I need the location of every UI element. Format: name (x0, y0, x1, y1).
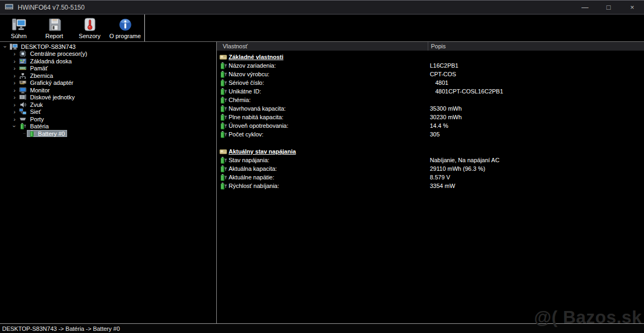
chevron-down-icon[interactable]: › (12, 124, 17, 129)
chevron-down-icon[interactable]: › (3, 44, 8, 49)
chevron-right-icon[interactable]: › (12, 88, 17, 93)
property-value: 29110 mWh (96.3 %) (430, 165, 485, 172)
battery-icon (19, 123, 27, 129)
gpu-icon (19, 79, 27, 86)
maximize-button[interactable]: □ (597, 1, 620, 14)
floppy-icon (47, 18, 62, 32)
property-row: Plne nabitá kapacita: 30230 mWh (217, 113, 644, 121)
property-row: Stav napájania: Nabíjanie, Na napájaní A… (217, 156, 644, 164)
property-value: CPT-COS (430, 71, 456, 77)
tree-connector: ┄ (23, 131, 26, 136)
tree-item-memory[interactable]: › Pamäť (0, 65, 216, 73)
battery-plug-icon (219, 183, 229, 190)
property-value: Nabíjanie, Na napájaní AC (430, 157, 500, 163)
tree-item-label: Centrálne procesor(y) (29, 50, 88, 57)
section-header: Základné vlastnosti (217, 53, 644, 61)
column-header-property[interactable]: Vlastnosť (217, 42, 428, 50)
tree-item-label: DESKTOP-S83N743 (20, 44, 77, 50)
chevron-right-icon[interactable]: › (12, 109, 17, 114)
tree-item-network[interactable]: › Sieť (0, 108, 216, 116)
property-row: Rýchlosť nabíjania: 3354 mW (217, 182, 644, 190)
property-value: 8.579 V (430, 174, 450, 180)
property-value: 4801 (435, 79, 448, 86)
tree-item-label: Základná doska (29, 58, 73, 64)
property-row: Aktuálne napätie: 8.579 V (217, 173, 644, 182)
details-panel: Vlastnosť Popis Základné vlastnosti Názo… (217, 42, 644, 323)
motherboard-icon (19, 58, 27, 64)
chevron-right-icon[interactable]: › (12, 51, 17, 56)
info-icon (118, 18, 133, 32)
tree-item-battery0[interactable]: ┄ Battery #0 (0, 130, 216, 137)
monitor-icon (19, 87, 27, 93)
property-label: Stav napájania: (229, 157, 269, 163)
minimize-button[interactable]: — (573, 1, 597, 14)
window-title: HWiNFO64 v7.50-5150 (18, 4, 85, 11)
status-path: DESKTOP-S83N743 -> Batéria -> Battery #0 (2, 325, 120, 332)
report-button-label: Report (45, 33, 63, 39)
about-button[interactable]: O programe (107, 15, 143, 41)
memory-icon (19, 65, 27, 71)
chevron-right-icon[interactable]: › (12, 117, 17, 122)
tree-item-bus[interactable]: › Zbernica (0, 72, 216, 79)
property-label: Aktuálna kapacita: (229, 165, 277, 172)
battery-plug-icon (219, 174, 229, 181)
sensors-button[interactable]: Senzory (72, 15, 107, 41)
property-row: Názov výrobcu: CPT-COS (217, 70, 644, 78)
property-label: Úroveň opotrebovania: (229, 122, 288, 129)
battery-plug-icon (219, 157, 229, 164)
app-window: HWiNFO64 v7.50-5150 — □ × Súhrn (0, 0, 644, 333)
speaker-icon (19, 102, 27, 108)
title-bar: HWiNFO64 v7.50-5150 — □ × (0, 1, 644, 15)
tree-item-gpu[interactable]: › Grafický adaptér (0, 79, 216, 87)
property-value: 30230 mWh (430, 114, 462, 120)
sensors-button-label: Senzory (79, 33, 100, 39)
tree-item-label: Monitor (29, 87, 51, 93)
chevron-right-icon[interactable]: › (12, 95, 17, 100)
close-button[interactable]: × (620, 1, 644, 14)
tree-item-label: Zbernica (29, 73, 54, 79)
details-header: Vlastnosť Popis (217, 42, 644, 51)
chevron-right-icon[interactable]: › (12, 80, 17, 85)
computer-icon (12, 18, 26, 32)
app-icon (5, 4, 13, 11)
toolbar: Súhrn Report Senzory (0, 15, 644, 42)
chevron-right-icon[interactable]: › (12, 102, 17, 107)
toolbar-button-group: Súhrn Report Senzory (0, 15, 145, 41)
tree-item-audio[interactable]: › Zvuk (0, 101, 216, 108)
tree-item-motherboard[interactable]: › Základná doska (0, 57, 216, 65)
property-label: Sériové číslo: (229, 79, 264, 86)
property-label: Unikátne ID: (229, 88, 261, 95)
battery-plug-icon (219, 79, 229, 86)
tree-item-label: Diskové jednotky (29, 94, 76, 100)
bus-icon (19, 73, 27, 79)
cpu-icon (19, 50, 27, 57)
property-value: L16C2PB1 (430, 62, 458, 69)
computer-icon (10, 44, 18, 50)
tree-item-label: Zvuk (29, 102, 44, 108)
tree-item-drives[interactable]: › Diskové jednotky (0, 94, 216, 102)
report-button[interactable]: Report (36, 15, 72, 41)
summary-button[interactable]: Súhrn (1, 15, 36, 41)
battery-plug-icon (219, 62, 229, 69)
tree-item-monitor[interactable]: › Monitor (0, 86, 216, 94)
tree-item-computer[interactable]: › DESKTOP-S83N743 (0, 43, 216, 50)
battery-plug-icon (219, 165, 229, 172)
property-label: Názov zariadenia: (229, 62, 276, 69)
thermometer-icon (83, 18, 97, 32)
status-bar: DESKTOP-S83N743 -> Batéria -> Battery #0 (0, 323, 644, 333)
property-row: Chémia: (217, 96, 644, 104)
disk-icon (19, 94, 27, 100)
property-label: Rýchlosť nabíjania: (229, 183, 279, 189)
tree-item-battery[interactable]: › Batéria (0, 123, 216, 131)
main-area: › DESKTOP-S83N743 › Centrálne proceso (0, 42, 644, 323)
chevron-right-icon[interactable]: › (12, 59, 17, 64)
column-header-description[interactable]: Popis (428, 43, 446, 49)
chevron-right-icon[interactable]: › (12, 66, 17, 71)
tree-item-cpu[interactable]: › Centrálne procesor(y) (0, 50, 216, 58)
property-row: Unikátne ID: 4801CPT-COSL16C2PB1 (217, 87, 644, 96)
device-tree: › DESKTOP-S83N743 › Centrálne proceso (0, 42, 216, 323)
tree-item-ports[interactable]: › Porty (0, 115, 216, 123)
selected-tree-node[interactable]: Battery #0 (27, 130, 67, 137)
chevron-right-icon[interactable]: › (12, 73, 17, 78)
property-value: 3354 mW (430, 183, 455, 189)
